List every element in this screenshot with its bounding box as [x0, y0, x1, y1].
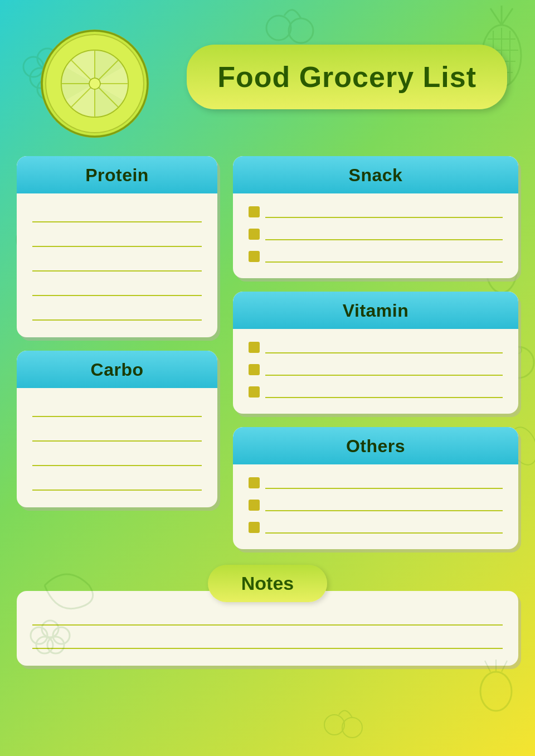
others-checkbox-1[interactable]	[249, 477, 260, 488]
vitamin-line-3[interactable]	[265, 386, 503, 398]
others-row-3	[249, 521, 503, 534]
protein-line-2[interactable]	[32, 235, 202, 247]
vitamin-row-2	[249, 364, 503, 376]
notes-title-row: Notes	[17, 565, 518, 602]
others-row-1	[249, 477, 503, 489]
vitamin-body	[233, 329, 518, 414]
snack-checkbox-3[interactable]	[249, 251, 260, 262]
protein-body	[17, 193, 217, 337]
lime-illustration	[33, 22, 156, 147]
snack-body	[233, 193, 518, 278]
others-checkbox-2[interactable]	[249, 500, 260, 511]
carbo-body	[17, 388, 217, 507]
title-badge: Food Grocery List	[187, 45, 507, 109]
snack-line-3[interactable]	[265, 250, 503, 263]
notes-line-2[interactable]	[32, 637, 503, 649]
carbo-section: Carbo	[17, 351, 217, 507]
page-container: Food Grocery List Protein	[0, 0, 535, 756]
protein-title: Protein	[28, 165, 206, 186]
notes-line-1[interactable]	[32, 613, 503, 626]
vitamin-checkbox-2[interactable]	[249, 364, 260, 375]
title-row: Food Grocery List	[17, 17, 518, 145]
svg-point-42	[342, 718, 362, 738]
others-section: Others	[233, 427, 518, 549]
left-column: Protein Carbo	[17, 156, 217, 507]
others-line-3[interactable]	[265, 521, 503, 534]
snack-header: Snack	[233, 156, 518, 193]
snack-checkbox-2[interactable]	[249, 229, 260, 240]
svg-point-41	[324, 715, 344, 735]
snack-line-2[interactable]	[265, 228, 503, 240]
notes-wrapper: Notes	[17, 565, 518, 666]
protein-section: Protein	[17, 156, 217, 337]
others-title: Others	[244, 436, 507, 457]
protein-line-4[interactable]	[32, 284, 202, 296]
vitamin-checkbox-3[interactable]	[249, 386, 260, 398]
right-column: Snack	[233, 156, 518, 549]
snack-row-1	[249, 206, 503, 218]
carbo-header: Carbo	[17, 351, 217, 388]
snack-checkbox-1[interactable]	[249, 206, 260, 217]
protein-line-1[interactable]	[32, 210, 202, 222]
others-header: Others	[233, 427, 518, 464]
vitamin-title: Vitamin	[244, 301, 507, 321]
snack-title: Snack	[244, 165, 507, 186]
vitamin-section: Vitamin	[233, 292, 518, 414]
vitamin-line-2[interactable]	[265, 364, 503, 376]
svg-point-50	[89, 78, 100, 89]
others-body	[233, 464, 518, 549]
protein-line-5[interactable]	[32, 308, 202, 321]
vitamin-line-1[interactable]	[265, 341, 503, 353]
svg-point-36	[480, 672, 512, 711]
vitamin-header: Vitamin	[233, 292, 518, 329]
notes-title: Notes	[241, 573, 294, 594]
carbo-line-2[interactable]	[32, 429, 202, 442]
main-columns: Protein Carbo	[17, 156, 518, 549]
carbo-line-4[interactable]	[32, 478, 202, 491]
snack-row-2	[249, 228, 503, 240]
others-line-1[interactable]	[265, 477, 503, 489]
carbo-line-1[interactable]	[32, 405, 202, 417]
others-checkbox-3[interactable]	[249, 522, 260, 533]
vitamin-row-3	[249, 386, 503, 398]
vitamin-checkbox-1[interactable]	[249, 342, 260, 353]
snack-line-1[interactable]	[265, 206, 503, 218]
carbo-line-3[interactable]	[32, 454, 202, 466]
snack-section: Snack	[233, 156, 518, 278]
protein-line-3[interactable]	[32, 259, 202, 272]
protein-header: Protein	[17, 156, 217, 193]
snack-row-3	[249, 250, 503, 263]
notes-badge: Notes	[208, 565, 327, 602]
page-title: Food Grocery List	[217, 60, 476, 94]
others-row-2	[249, 499, 503, 511]
others-line-2[interactable]	[265, 499, 503, 511]
vitamin-row-1	[249, 341, 503, 353]
notes-card	[17, 591, 518, 666]
carbo-title: Carbo	[28, 360, 206, 380]
